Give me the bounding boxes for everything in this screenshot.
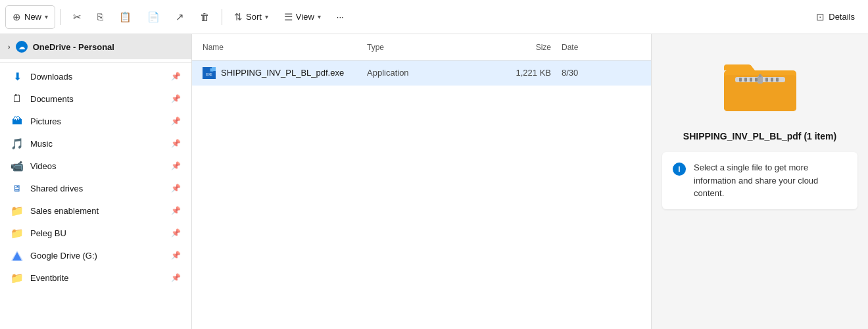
table-row[interactable]: EXE SHIPPING_INV_PL_BL_pdf.exe Applicati… (192, 61, 651, 86)
right-panel: SHIPPING_INV_PL_BL_pdf (1 item) i Select… (651, 34, 868, 329)
file-size-cell: 1,221 KB (472, 68, 551, 78)
onedrive-header[interactable]: › ☁ OneDrive - Personal (0, 34, 191, 59)
col-header-name[interactable]: Name (203, 43, 367, 52)
info-icon: i (673, 163, 686, 176)
panel-title: SHIPPING_INV_PL_BL_pdf (1 item) (683, 131, 836, 141)
more-button[interactable]: ··· (330, 5, 350, 29)
folder-icon-container (721, 54, 800, 115)
delete-button[interactable]: 🗑 (193, 5, 216, 29)
pin-icon: 📌 (171, 184, 181, 193)
sidebar-item-documents[interactable]: 🗒 Documents 📌 (0, 88, 191, 110)
file-type-cell: Application (367, 68, 472, 78)
sidebar-item-sales[interactable]: 📁 Sales enablement 📌 (0, 199, 191, 222)
copy-button[interactable]: ⎘ (91, 5, 110, 29)
file-date-cell: 8/30 (551, 68, 640, 78)
sidebar-item-label: Documents (30, 94, 164, 104)
svg-rect-11 (750, 78, 752, 82)
new-button[interactable]: ⊕ New ▾ (5, 5, 55, 29)
sidebar-item-label: Videos (30, 161, 164, 171)
new-label: New (24, 12, 41, 22)
svg-rect-9 (739, 78, 742, 82)
sidebar-item-label: Eventbrite (30, 273, 164, 283)
share-button[interactable]: ↗ (169, 5, 191, 29)
file-name: SHIPPING_INV_PL_BL_pdf.exe (221, 68, 344, 78)
sidebar-item-videos[interactable]: 📹 Videos 📌 (0, 155, 191, 177)
sort-icon: ⇅ (234, 11, 243, 23)
more-label: ··· (337, 12, 344, 22)
separator-1 (60, 9, 61, 25)
sidebar-item-downloads[interactable]: ⬇ Downloads 📌 (0, 65, 191, 88)
shared-drives-icon: 🖥 (11, 182, 24, 195)
copy-icon: ⎘ (97, 11, 103, 22)
sidebar-divider (0, 62, 191, 63)
view-chevron-icon: ▾ (318, 13, 321, 20)
sidebar-item-shared-drives[interactable]: 🖥 Shared drives 📌 (0, 177, 191, 199)
downloads-icon: ⬇ (11, 70, 24, 83)
documents-icon: 🗒 (11, 92, 24, 105)
share-icon: ↗ (176, 11, 184, 23)
pin-icon: 📌 (171, 94, 181, 103)
sidebar-item-eventbrite[interactable]: 📁 Eventbrite 📌 (0, 266, 191, 289)
col-header-type[interactable]: Type (367, 43, 472, 52)
new-chevron-icon: ▾ (45, 13, 48, 20)
onedrive-label: OneDrive - Personal (33, 42, 114, 52)
folder-icon (721, 54, 800, 113)
sidebar-item-label: Sales enablement (30, 206, 164, 216)
view-icon: ☰ (284, 11, 293, 23)
details-label: Details (829, 12, 855, 22)
sort-chevron-icon: ▾ (265, 13, 268, 20)
sort-button[interactable]: ⇅ Sort ▾ (228, 5, 275, 29)
sidebar-item-google-drive[interactable]: Google Drive (G:) 📌 (0, 244, 191, 266)
sidebar-chevron-icon: › (8, 43, 11, 51)
onedrive-icon: ☁ (16, 41, 28, 53)
svg-rect-4 (210, 68, 214, 71)
file-list-header: Name Type Size Date (192, 34, 651, 61)
videos-icon: 📹 (11, 159, 24, 172)
cut-button[interactable]: ✂ (66, 5, 88, 29)
google-drive-icon (11, 249, 24, 262)
svg-rect-12 (755, 78, 758, 82)
details-button[interactable]: ⊡ Details (808, 5, 863, 29)
view-label: View (296, 12, 314, 22)
eventbrite-icon: 📁 (11, 271, 24, 284)
svg-text:EXE: EXE (206, 73, 212, 76)
paste-button[interactable]: 📋 (112, 5, 138, 29)
sidebar-item-peleg[interactable]: 📁 Peleg BU 📌 (0, 222, 191, 244)
col-header-date[interactable]: Date (551, 43, 640, 52)
svg-rect-18 (759, 74, 761, 77)
sort-label: Sort (246, 12, 262, 22)
clipboard-icon: 📄 (147, 11, 160, 23)
sidebar-item-label: Downloads (30, 72, 164, 82)
toolbar: ⊕ New ▾ ✂ ⎘ 📋 📄 ↗ 🗑 ⇅ Sort ▾ ☰ View ▾ ··… (0, 0, 868, 34)
trash-icon: 🗑 (200, 11, 210, 22)
panel-info-text: Select a single file to get more informa… (694, 161, 847, 200)
sidebar-item-label: Google Drive (G:) (30, 251, 164, 261)
pin-icon: 📌 (171, 116, 181, 126)
sidebar-item-label: Shared drives (30, 184, 164, 193)
file-area: Name Type Size Date EXE SHIPPING_INV_PL_… (192, 34, 651, 329)
details-icon: ⊡ (816, 11, 825, 23)
view-button[interactable]: ☰ View ▾ (277, 5, 327, 29)
panel-info-box: i Select a single file to get more infor… (662, 152, 857, 209)
pin-icon: 📌 (171, 251, 181, 260)
col-header-size[interactable]: Size (472, 43, 551, 52)
pin-icon: 📌 (171, 206, 181, 215)
svg-rect-10 (744, 78, 747, 82)
plus-icon: ⊕ (12, 11, 21, 23)
sidebar-item-music[interactable]: 🎵 Music 📌 (0, 132, 191, 155)
pictures-icon: 🏔 (11, 114, 24, 128)
sidebar-item-label: Music (30, 139, 164, 149)
pin-icon: 📌 (171, 273, 181, 282)
clipboard-button[interactable]: 📄 (141, 5, 166, 29)
pin-icon: 📌 (171, 139, 181, 148)
sidebar-item-pictures[interactable]: 🏔 Pictures 📌 (0, 110, 191, 132)
sidebar-item-label: Peleg BU (30, 228, 164, 238)
main-area: › ☁ OneDrive - Personal ⬇ Downloads 📌 🗒 … (0, 34, 868, 329)
sidebar-item-label: Pictures (30, 116, 164, 126)
pin-icon: 📌 (171, 72, 181, 81)
file-name-cell: EXE SHIPPING_INV_PL_BL_pdf.exe (203, 67, 367, 79)
peleg-icon: 📁 (11, 226, 24, 240)
separator-2 (222, 9, 222, 25)
svg-rect-14 (765, 78, 768, 82)
svg-rect-15 (771, 78, 773, 82)
